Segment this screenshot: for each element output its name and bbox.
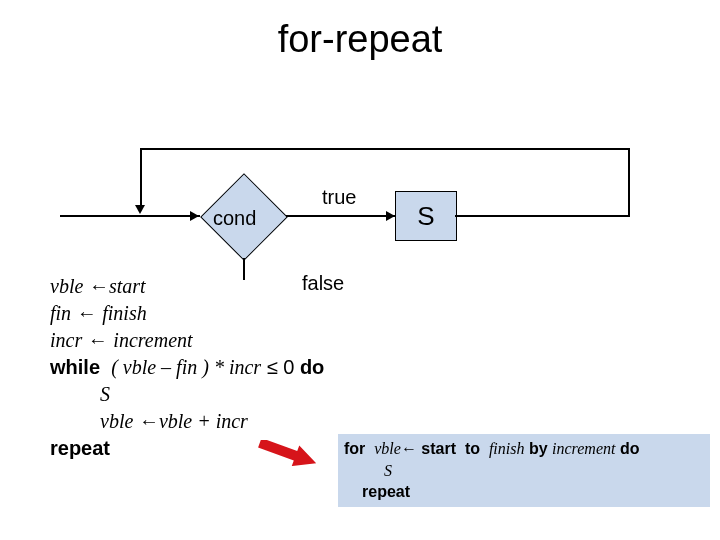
flow-edge [140,148,630,150]
for-line: for vble← start to finish by increment d… [344,438,704,460]
flow-edge [60,215,200,217]
arrowhead-icon [386,211,395,221]
pseudo-line: incr ← increment [50,327,324,354]
pseudo-line: fin ← finish [50,300,324,327]
cond-label: cond [213,207,256,230]
pseudo-line: vble ←vble + incr [50,408,324,435]
red-arrow-icon [258,440,318,466]
true-label: true [322,186,356,209]
pseudo-line: S [50,381,324,408]
statement-node: S [395,191,457,241]
for-syntax-box: for vble← start to finish by increment d… [338,434,710,507]
flow-edge [455,215,630,217]
flow-edge [140,148,142,208]
arrowhead-icon [135,205,145,214]
page-title: for-repeat [0,18,720,61]
svg-marker-0 [258,440,318,466]
arrowhead-icon [190,211,199,221]
pseudocode: vble ←start fin ← finish incr ← incremen… [50,273,324,462]
for-line: S [344,460,704,482]
pseudo-line: vble ←start [50,273,324,300]
pseudo-line: while ( vble – fin ) * incr ≤ 0 do [50,354,324,381]
flow-edge [628,148,630,217]
for-line: repeat [344,481,704,503]
flow-edge-true [286,215,396,217]
